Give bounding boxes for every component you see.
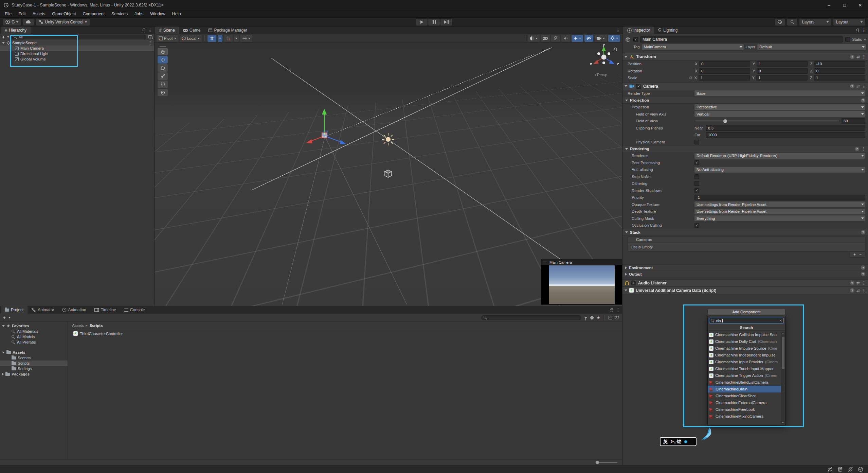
foldout-icon[interactable] <box>2 373 4 375</box>
foldout-icon[interactable] <box>625 290 627 291</box>
layout-dropdown[interactable]: Layout <box>833 19 865 25</box>
asset-folder-item[interactable]: Scenes <box>0 355 68 361</box>
bottom-panel-tab[interactable]: Timeline <box>90 306 120 314</box>
lock-icon[interactable] <box>856 30 859 32</box>
undo-history-button[interactable] <box>775 19 785 25</box>
menu-item[interactable]: Help <box>169 10 184 18</box>
snap-increment-button[interactable] <box>240 35 252 42</box>
panel-menu-icon[interactable] <box>616 308 620 312</box>
favorites-item[interactable]: All Prefabs <box>0 339 68 345</box>
scale-z-field[interactable]: 1 <box>814 75 865 81</box>
minimize-button[interactable]: – <box>821 0 837 10</box>
position-y-field[interactable]: 1 <box>757 61 808 67</box>
component-list-item[interactable]: Cinemachine Trigger Action (Cinem <box>708 372 785 379</box>
close-button[interactable]: ✕ <box>852 0 868 10</box>
slider-knob[interactable] <box>596 461 599 464</box>
component-list-item[interactable]: CinemachineBrain <box>708 386 785 392</box>
menu-item[interactable]: GameObject <box>49 10 79 18</box>
fov-axis-dropdown[interactable]: Vertical <box>694 111 865 117</box>
scene-view-tab[interactable]: Package Manager <box>204 27 251 34</box>
transform-header[interactable]: Transform <box>622 53 868 60</box>
menu-item[interactable]: Window <box>147 10 168 18</box>
occlusion-culling-checkbox[interactable] <box>694 223 699 228</box>
presets-icon[interactable] <box>856 84 860 89</box>
hand-tool-button[interactable] <box>158 48 168 55</box>
help-icon[interactable] <box>861 230 865 234</box>
menu-item[interactable]: Jobs <box>131 10 147 18</box>
camera-header[interactable]: Camera <box>622 83 868 90</box>
help-icon[interactable] <box>850 55 854 59</box>
assets-row[interactable]: Assets <box>0 350 68 355</box>
search-button[interactable] <box>787 19 797 25</box>
component-list-item[interactable]: Cinemachine Independent Impulse <box>708 352 785 358</box>
hidden-packages-count[interactable]: 22 <box>615 316 619 320</box>
foldout-icon[interactable] <box>2 352 5 353</box>
effects-toggle[interactable] <box>572 35 583 42</box>
stack-cameras-header[interactable]: Cameras <box>628 237 865 243</box>
progress-idle-icon[interactable] <box>858 467 863 472</box>
help-icon[interactable] <box>861 98 865 103</box>
overlay-drag-handle[interactable] <box>160 45 166 47</box>
gameobject-cube-icon[interactable] <box>625 36 631 43</box>
hierarchy-search[interactable] <box>11 35 146 39</box>
scroll-up-icon[interactable]: ▲ <box>781 332 785 335</box>
menu-item[interactable]: File <box>1 10 15 18</box>
stack-remove-button[interactable]: − <box>859 252 862 257</box>
gameobject-name-field[interactable]: Main Camera <box>640 36 843 42</box>
bottom-panel-tab[interactable]: Animator <box>28 306 58 314</box>
layers-dropdown[interactable]: Layers <box>799 19 831 25</box>
component-menu-icon[interactable] <box>862 288 866 293</box>
packages-row[interactable]: Packages <box>0 371 68 377</box>
clip-near-field[interactable]: 0.3 <box>706 125 865 131</box>
lock-icon[interactable] <box>610 310 613 312</box>
priority-field[interactable]: -1 <box>694 195 865 200</box>
camera-settings-dropdown[interactable] <box>595 35 607 42</box>
active-checkbox[interactable] <box>633 37 638 42</box>
rendering-section-header[interactable]: Rendering <box>622 145 868 152</box>
fov-slider-knob[interactable] <box>723 119 727 123</box>
grid-snap-button[interactable] <box>224 35 233 42</box>
scene-visibility-toggle[interactable] <box>584 35 593 42</box>
lock-icon[interactable] <box>142 30 145 32</box>
breadcrumb-root[interactable]: Assets <box>72 323 84 328</box>
anti-aliasing-dropdown[interactable]: No Anti-aliasing <box>694 167 865 173</box>
component-list-item[interactable]: CinemachineExternalCamera <box>708 399 785 406</box>
stop-nans-checkbox[interactable] <box>694 174 699 179</box>
static-checkbox[interactable] <box>845 37 850 42</box>
maximize-button[interactable]: □ <box>837 0 852 10</box>
component-menu-icon[interactable] <box>862 54 866 59</box>
foldout-icon[interactable] <box>625 231 628 233</box>
projection-section-header[interactable]: Projection <box>622 97 868 104</box>
scene-lighting-toggle[interactable] <box>551 35 560 42</box>
step-button[interactable] <box>440 19 452 25</box>
gizmo-lock-icon[interactable] <box>614 49 617 51</box>
save-search-button[interactable] <box>596 315 600 320</box>
component-list-item[interactable]: Cinemachine Touch Input Mapper <box>708 365 785 372</box>
fov-value-field[interactable]: 60 <box>842 118 865 124</box>
component-list-item[interactable]: Cinemachine Input Provider (Cinem <box>708 358 785 365</box>
scene-viewport[interactable]: y x z Persp <box>155 43 622 306</box>
component-list-item[interactable]: CinemachineFreeLook <box>708 406 785 413</box>
render-type-dropdown[interactable]: Base <box>694 90 865 96</box>
search-by-type-button[interactable] <box>584 317 587 319</box>
scroll-down-icon[interactable]: ▼ <box>781 421 785 424</box>
scale-y-field[interactable]: 1 <box>756 75 808 81</box>
grid-snap-dropdown[interactable] <box>234 35 239 42</box>
audio-listener-header[interactable]: Audio Listener <box>622 279 868 287</box>
move-tool-button[interactable] <box>158 56 168 64</box>
breadcrumb-current[interactable]: Scripts <box>90 323 103 328</box>
foldout-icon[interactable] <box>625 100 628 101</box>
opaque-texture-dropdown[interactable]: Use settings from Render Pipeline Asset <box>694 202 865 207</box>
help-icon[interactable] <box>855 147 859 151</box>
clip-far-field[interactable]: 1000 <box>706 132 865 138</box>
scene-view-tab[interactable]: Scene <box>155 27 179 34</box>
stack-section-header[interactable]: Stack <box>622 229 868 236</box>
help-icon[interactable] <box>861 265 865 270</box>
create-button[interactable]: + <box>2 34 5 39</box>
static-dropdown-icon[interactable] <box>864 39 866 40</box>
panel-menu-icon[interactable] <box>616 28 620 33</box>
position-x-field[interactable]: 0 <box>699 61 750 67</box>
favorites-item[interactable]: All Materials <box>0 329 68 334</box>
directional-light-gizmo[interactable] <box>380 131 396 147</box>
presets-icon[interactable] <box>856 288 860 293</box>
